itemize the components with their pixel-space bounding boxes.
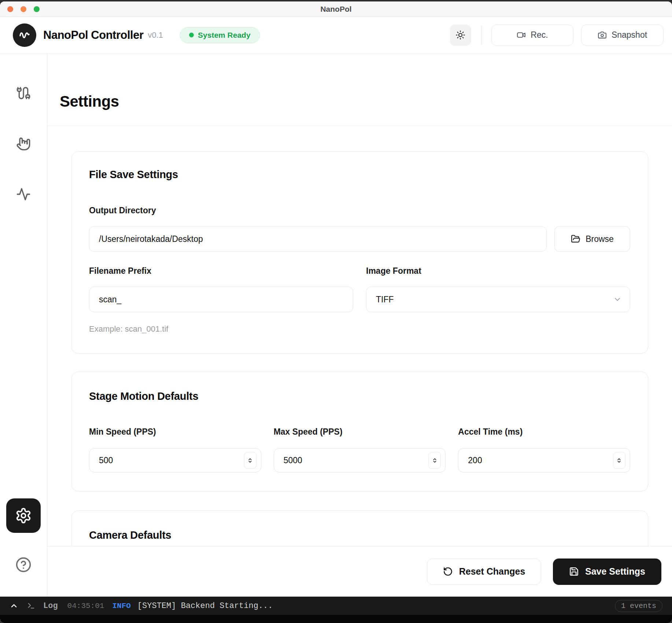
titlebar: NanoPol (0, 1, 672, 17)
activity-icon (16, 187, 31, 202)
filename-example-text: Example: scan_001.tif (89, 324, 630, 334)
terminal-icon (27, 602, 35, 610)
header-divider (481, 25, 482, 45)
image-format-group: Image Format TIFF (366, 266, 630, 312)
app-version: v0.1 (148, 30, 163, 40)
video-camera-icon (517, 30, 526, 40)
save-settings-button[interactable]: Save Settings (553, 559, 661, 585)
camera-defaults-card: Camera Defaults (71, 510, 648, 546)
browse-button-label: Browse (586, 234, 614, 244)
log-label: Log (43, 601, 58, 611)
log-events-badge: 1 events (615, 600, 662, 612)
file-save-settings-title: File Save Settings (89, 169, 630, 181)
gear-icon (15, 507, 32, 524)
stage-motion-defaults-title: Stage Motion Defaults (89, 390, 630, 402)
page-header: Settings (47, 54, 672, 126)
record-button[interactable]: Rec. (491, 25, 573, 46)
max-speed-group: Max Speed (PPS) (274, 427, 446, 472)
sidebar-item-signal[interactable] (15, 186, 32, 202)
log-timestamp: 04:35:01 (67, 602, 104, 610)
sun-icon (455, 30, 465, 40)
rotate-ccw-icon (443, 567, 453, 576)
camera-icon (598, 30, 607, 40)
header-actions: Rec. Snapshot (450, 25, 664, 46)
save-settings-label: Save Settings (585, 566, 645, 577)
waveform-logo-icon (18, 29, 31, 42)
folder-open-icon (571, 234, 580, 244)
min-speed-group: Min Speed (PPS) (89, 427, 261, 472)
hand-icon (16, 136, 31, 151)
snapshot-button-label: Snapshot (612, 30, 647, 40)
file-save-settings-card: File Save Settings Output Directory Brow… (71, 151, 648, 354)
log-level-badge: INFO (112, 602, 130, 610)
sidebar (0, 54, 47, 597)
window-title: NanoPol (0, 5, 672, 14)
window-bottom-edge (0, 615, 672, 623)
max-speed-stepper[interactable] (428, 452, 441, 469)
status-badge: System Ready (180, 27, 260, 43)
app-title: NanoPol Controller (43, 29, 143, 42)
filename-prefix-input[interactable] (89, 287, 353, 312)
record-button-label: Rec. (531, 30, 548, 40)
page-title: Settings (60, 93, 119, 110)
chevron-down-icon (613, 295, 622, 304)
output-directory-label: Output Directory (89, 206, 630, 215)
sidebar-item-help[interactable] (15, 556, 32, 573)
accel-time-stepper[interactable] (613, 452, 625, 469)
save-icon (569, 567, 579, 576)
app-header: NanoPol Controller v0.1 System Ready (0, 17, 672, 54)
help-circle-icon (15, 557, 32, 573)
status-dot-icon (189, 33, 194, 37)
log-bar: Log 04:35:01 INFO [SYSTEM] Backend Start… (0, 597, 672, 615)
accel-time-label: Accel Time (ms) (458, 427, 630, 437)
snapshot-button[interactable]: Snapshot (581, 25, 664, 46)
image-format-value: TIFF (376, 295, 394, 305)
sidebar-item-connections[interactable] (15, 85, 32, 101)
log-message: [SYSTEM] Backend Starting... (137, 601, 273, 611)
filename-prefix-group: Filename Prefix (89, 266, 353, 312)
filename-prefix-label: Filename Prefix (89, 266, 353, 276)
accel-time-input[interactable] (460, 456, 559, 465)
camera-defaults-title: Camera Defaults (89, 529, 630, 541)
image-format-label: Image Format (366, 266, 630, 276)
max-speed-label: Max Speed (PPS) (274, 427, 446, 437)
browse-button[interactable]: Browse (554, 226, 630, 252)
min-speed-input[interactable] (91, 456, 190, 465)
settings-content: File Save Settings Output Directory Brow… (47, 126, 672, 546)
stage-motion-defaults-card: Stage Motion Defaults Min Speed (PPS) (71, 372, 648, 491)
output-directory-input[interactable] (89, 226, 547, 252)
accel-time-group: Accel Time (ms) (458, 427, 630, 472)
footer-action-bar: Reset Changes Save Settings (47, 546, 672, 597)
app-logo (13, 23, 36, 47)
brightness-button[interactable] (450, 25, 471, 46)
expand-log-chevron-up-icon[interactable] (10, 601, 18, 610)
sidebar-item-manual-control[interactable] (15, 136, 32, 152)
sidebar-item-settings-active[interactable] (6, 498, 41, 533)
max-speed-input[interactable] (276, 456, 375, 465)
reset-changes-button[interactable]: Reset Changes (427, 559, 541, 585)
main-content: Settings File Save Settings Output Direc… (47, 54, 672, 597)
status-badge-label: System Ready (198, 31, 251, 40)
sidebar-bottom (0, 498, 47, 597)
min-speed-label: Min Speed (PPS) (89, 427, 261, 437)
image-format-select[interactable]: TIFF (366, 287, 630, 312)
cable-icon (16, 86, 31, 100)
reset-changes-label: Reset Changes (459, 566, 525, 577)
min-speed-stepper[interactable] (244, 452, 256, 469)
app-window: NanoPol NanoPol Controller v0.1 System R… (0, 1, 672, 623)
